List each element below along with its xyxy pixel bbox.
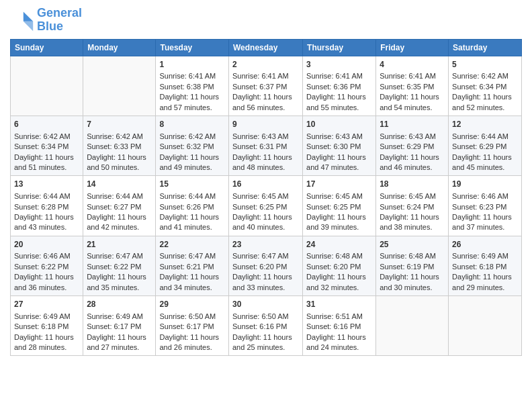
- calendar-cell: [376, 296, 449, 356]
- calendar-cell: 31Sunrise: 6:51 AMSunset: 6:16 PMDayligh…: [303, 296, 376, 356]
- day-number: 23: [232, 239, 299, 250]
- weekday-header-friday: Friday: [376, 39, 449, 56]
- sunrise-text: Sunrise: 6:44 AM: [452, 132, 518, 142]
- sunrise-text: Sunrise: 6:51 AM: [306, 312, 372, 322]
- sunset-text: Sunset: 6:33 PM: [87, 142, 152, 152]
- calendar-cell: 18Sunrise: 6:45 AMSunset: 6:24 PMDayligh…: [376, 176, 449, 236]
- daylight-text: Daylight: 11 hours and 52 minutes.: [452, 92, 518, 113]
- logo-icon: [10, 8, 34, 32]
- day-number: 5: [452, 59, 518, 71]
- calendar-cell: 26Sunrise: 6:49 AMSunset: 6:18 PMDayligh…: [449, 236, 522, 295]
- calendar-body: 1Sunrise: 6:41 AMSunset: 6:38 PMDaylight…: [11, 56, 522, 356]
- daylight-text: Daylight: 11 hours and 35 minutes.: [87, 272, 152, 293]
- day-number: 30: [232, 299, 299, 310]
- sunset-text: Sunset: 6:17 PM: [159, 322, 225, 332]
- sunrise-text: Sunrise: 6:42 AM: [14, 132, 79, 142]
- daylight-text: Daylight: 11 hours and 30 minutes.: [380, 272, 445, 293]
- day-number: 18: [380, 179, 445, 190]
- sunset-text: Sunset: 6:16 PM: [232, 322, 299, 332]
- calendar-cell: 22Sunrise: 6:47 AMSunset: 6:21 PMDayligh…: [156, 236, 229, 295]
- calendar-cell: 27Sunrise: 6:49 AMSunset: 6:18 PMDayligh…: [11, 296, 83, 356]
- daylight-text: Daylight: 11 hours and 25 minutes.: [232, 332, 299, 353]
- weekday-header-tuesday: Tuesday: [156, 39, 229, 56]
- day-number: 1: [159, 59, 225, 71]
- sunset-text: Sunset: 6:24 PM: [380, 202, 445, 212]
- daylight-text: Daylight: 11 hours and 50 minutes.: [87, 152, 152, 173]
- sunset-text: Sunset: 6:23 PM: [452, 202, 518, 212]
- daylight-text: Daylight: 11 hours and 32 minutes.: [306, 272, 372, 293]
- sunset-text: Sunset: 6:19 PM: [380, 262, 445, 272]
- sunrise-text: Sunrise: 6:41 AM: [159, 71, 225, 81]
- calendar-cell: 30Sunrise: 6:50 AMSunset: 6:16 PMDayligh…: [228, 296, 302, 356]
- sunset-text: Sunset: 6:27 PM: [87, 202, 152, 212]
- sunrise-text: Sunrise: 6:47 AM: [232, 251, 299, 261]
- weekday-header-thursday: Thursday: [303, 39, 376, 56]
- calendar-cell: 2Sunrise: 6:41 AMSunset: 6:37 PMDaylight…: [228, 56, 302, 116]
- calendar-cell: 7Sunrise: 6:42 AMSunset: 6:33 PMDaylight…: [83, 116, 156, 175]
- calendar-cell: 4Sunrise: 6:41 AMSunset: 6:35 PMDaylight…: [376, 56, 449, 116]
- sunrise-text: Sunrise: 6:47 AM: [87, 251, 152, 261]
- week-row-3: 13Sunrise: 6:44 AMSunset: 6:28 PMDayligh…: [11, 176, 522, 236]
- sunset-text: Sunset: 6:16 PM: [306, 322, 372, 332]
- sunset-text: Sunset: 6:25 PM: [306, 202, 372, 212]
- sunset-text: Sunset: 6:30 PM: [306, 142, 372, 152]
- daylight-text: Daylight: 11 hours and 42 minutes.: [87, 212, 152, 233]
- calendar-cell: [11, 56, 83, 116]
- calendar-cell: 20Sunrise: 6:46 AMSunset: 6:22 PMDayligh…: [11, 236, 83, 295]
- day-number: 6: [14, 119, 79, 130]
- day-number: 11: [380, 119, 445, 130]
- sunset-text: Sunset: 6:36 PM: [306, 82, 372, 92]
- weekday-header-saturday: Saturday: [449, 39, 522, 56]
- day-number: 28: [87, 299, 152, 310]
- day-number: 15: [159, 179, 225, 190]
- daylight-text: Daylight: 11 hours and 45 minutes.: [452, 152, 518, 173]
- logo-text: General Blue: [37, 7, 82, 34]
- daylight-text: Daylight: 11 hours and 43 minutes.: [14, 212, 79, 233]
- day-number: 8: [159, 119, 225, 130]
- calendar-cell: 14Sunrise: 6:44 AMSunset: 6:27 PMDayligh…: [83, 176, 156, 236]
- week-row-2: 6Sunrise: 6:42 AMSunset: 6:34 PMDaylight…: [11, 116, 522, 175]
- svg-marker-0: [24, 11, 33, 21]
- day-number: 25: [380, 239, 445, 250]
- calendar-cell: 29Sunrise: 6:50 AMSunset: 6:17 PMDayligh…: [156, 296, 229, 356]
- sunrise-text: Sunrise: 6:46 AM: [14, 251, 79, 261]
- day-number: 16: [232, 179, 299, 190]
- calendar-cell: 28Sunrise: 6:49 AMSunset: 6:17 PMDayligh…: [83, 296, 156, 356]
- sunset-text: Sunset: 6:37 PM: [232, 82, 299, 92]
- daylight-text: Daylight: 11 hours and 37 minutes.: [452, 212, 518, 233]
- daylight-text: Daylight: 11 hours and 24 minutes.: [306, 332, 372, 353]
- sunset-text: Sunset: 6:17 PM: [87, 322, 152, 332]
- weekday-header-wednesday: Wednesday: [228, 39, 302, 56]
- sunset-text: Sunset: 6:20 PM: [232, 262, 299, 272]
- day-number: 29: [159, 299, 225, 310]
- sunrise-text: Sunrise: 6:48 AM: [306, 251, 372, 261]
- sunrise-text: Sunrise: 6:49 AM: [14, 312, 79, 322]
- day-number: 9: [232, 119, 299, 130]
- sunset-text: Sunset: 6:29 PM: [452, 142, 518, 152]
- daylight-text: Daylight: 11 hours and 29 minutes.: [452, 272, 518, 293]
- sunrise-text: Sunrise: 6:47 AM: [159, 251, 225, 261]
- sunset-text: Sunset: 6:25 PM: [232, 202, 299, 212]
- sunrise-text: Sunrise: 6:42 AM: [452, 71, 518, 81]
- day-number: 19: [452, 179, 518, 190]
- sunrise-text: Sunrise: 6:50 AM: [232, 312, 299, 322]
- calendar-cell: 24Sunrise: 6:48 AMSunset: 6:20 PMDayligh…: [303, 236, 376, 295]
- calendar-cell: 9Sunrise: 6:43 AMSunset: 6:31 PMDaylight…: [228, 116, 302, 175]
- calendar-cell: 16Sunrise: 6:45 AMSunset: 6:25 PMDayligh…: [228, 176, 302, 236]
- weekday-header-sunday: Sunday: [11, 39, 83, 56]
- daylight-text: Daylight: 11 hours and 39 minutes.: [306, 212, 372, 233]
- daylight-text: Daylight: 11 hours and 34 minutes.: [159, 272, 225, 293]
- sunset-text: Sunset: 6:38 PM: [159, 82, 225, 92]
- calendar-header: SundayMondayTuesdayWednesdayThursdayFrid…: [11, 39, 522, 56]
- page: General Blue SundayMondayTuesdayWednesda…: [0, 0, 532, 411]
- daylight-text: Daylight: 11 hours and 49 minutes.: [159, 152, 225, 173]
- logo: General Blue: [10, 7, 82, 34]
- sunrise-text: Sunrise: 6:45 AM: [306, 191, 372, 201]
- sunset-text: Sunset: 6:18 PM: [452, 262, 518, 272]
- weekday-header-monday: Monday: [83, 39, 156, 56]
- calendar-cell: 6Sunrise: 6:42 AMSunset: 6:34 PMDaylight…: [11, 116, 83, 175]
- sunrise-text: Sunrise: 6:43 AM: [232, 132, 299, 142]
- daylight-text: Daylight: 11 hours and 47 minutes.: [306, 152, 372, 173]
- daylight-text: Daylight: 11 hours and 46 minutes.: [380, 152, 445, 173]
- daylight-text: Daylight: 11 hours and 56 minutes.: [232, 92, 299, 113]
